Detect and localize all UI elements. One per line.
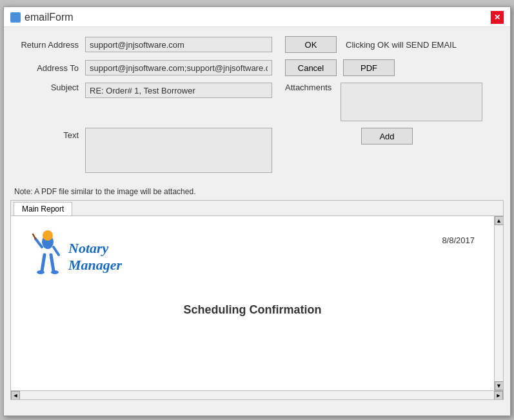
ok-button[interactable]: OK — [285, 36, 337, 53]
window-icon — [10, 12, 21, 23]
main-report-tab[interactable]: Main Report — [14, 202, 72, 215]
scroll-left-arrow[interactable]: ◄ — [11, 391, 20, 400]
note-text: Note: A PDF file similar to the image wi… — [14, 187, 195, 196]
scroll-up-arrow[interactable]: ▲ — [495, 216, 504, 225]
text-add-row: Text Add — [14, 128, 500, 173]
svg-point-7 — [37, 270, 44, 274]
svg-line-3 — [33, 234, 35, 239]
pdf-button[interactable]: PDF — [343, 59, 395, 76]
scroll-track-h — [20, 391, 494, 399]
report-title: Scheduling Confirmation — [30, 303, 475, 317]
report-section: Main Report — [10, 200, 504, 400]
title-bar-left: emailForm — [10, 12, 74, 23]
text-label: Text — [14, 128, 85, 140]
main-window: emailForm ✕ Return Address OK Clicking O… — [3, 6, 511, 416]
logo-notary: Notary — [68, 240, 122, 257]
svg-line-6 — [51, 255, 54, 271]
address-to-input[interactable] — [85, 60, 272, 75]
svg-line-5 — [42, 255, 44, 271]
address-to-label: Address To — [14, 63, 85, 73]
title-bar: emailForm ✕ — [4, 7, 510, 27]
return-address-label: Return Address — [14, 40, 85, 50]
scroll-right-arrow[interactable]: ► — [494, 391, 503, 400]
send-note: Clicking OK will SEND EMAIL — [346, 40, 457, 50]
subject-input[interactable] — [85, 83, 272, 98]
address-to-row: Address To Cancel PDF — [14, 59, 500, 76]
report-date: 8/8/2017 — [442, 229, 475, 245]
vertical-scrollbar[interactable]: ▲ ▼ — [494, 216, 503, 390]
svg-line-2 — [35, 239, 42, 247]
report-content: Notary Manager 8/8/2017 Scheduling Confi… — [11, 216, 503, 390]
form-area: Return Address OK Clicking OK will SEND … — [4, 27, 510, 185]
return-address-row: Return Address OK Clicking OK will SEND … — [14, 36, 500, 53]
svg-point-8 — [51, 270, 59, 274]
ok-section: OK Clicking OK will SEND EMAIL — [285, 36, 457, 53]
close-button[interactable]: ✕ — [491, 11, 504, 24]
subject-attach-row: Subject Attachments — [14, 83, 500, 121]
subject-label: Subject — [14, 83, 85, 92]
cancel-pdf-section: Cancel PDF — [285, 59, 395, 76]
add-section: Add — [361, 128, 413, 145]
logo-text-block: Notary Manager — [68, 240, 122, 274]
text-input[interactable] — [85, 128, 272, 173]
report-tab-bar: Main Report — [11, 201, 503, 216]
return-address-input[interactable] — [85, 37, 272, 52]
report-inner: Notary Manager 8/8/2017 Scheduling Confi… — [11, 216, 494, 390]
report-logo-area: Notary Manager 8/8/2017 — [30, 229, 475, 284]
scroll-track-v — [495, 225, 503, 381]
svg-line-4 — [54, 247, 59, 255]
notary-figure-svg — [30, 229, 66, 284]
logo-figure: Notary Manager — [30, 229, 122, 284]
attachments-box — [341, 83, 482, 121]
svg-point-1 — [43, 230, 53, 241]
scroll-down-arrow[interactable]: ▼ — [495, 381, 504, 390]
cancel-button[interactable]: Cancel — [285, 59, 337, 76]
horizontal-scrollbar[interactable]: ◄ ► — [11, 390, 503, 399]
add-button[interactable]: Add — [361, 128, 413, 145]
attachments-section: Attachments — [285, 83, 482, 121]
attachments-label: Attachments — [285, 83, 331, 92]
window-title: emailForm — [25, 12, 74, 23]
note-bar: Note: A PDF file similar to the image wi… — [4, 185, 510, 200]
logo-manager: Manager — [68, 257, 122, 274]
